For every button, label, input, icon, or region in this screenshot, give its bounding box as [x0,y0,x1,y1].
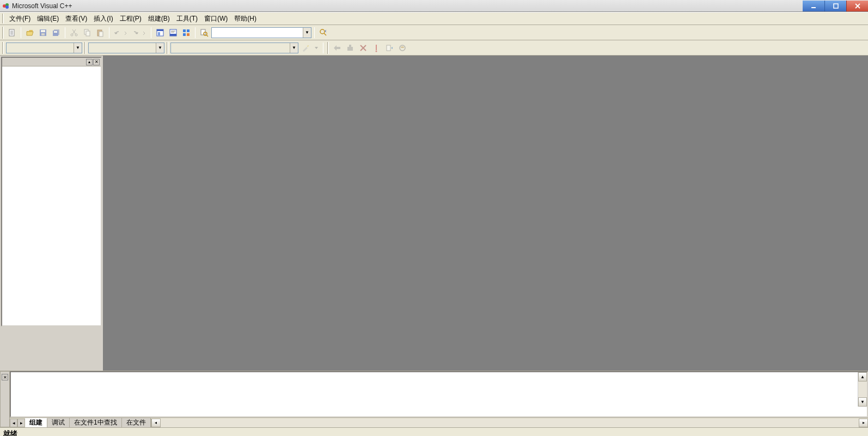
svg-rect-10 [53,31,58,36]
svg-point-29 [320,29,325,34]
svg-rect-23 [183,29,186,32]
window-list-button[interactable] [180,27,192,39]
hscroll-left-button[interactable]: ◂ [151,419,161,427]
execute-button [370,42,382,54]
tab-scroll-right-button[interactable]: ▸ [17,419,25,427]
save-all-button [50,27,62,39]
svg-rect-14 [84,29,88,34]
window-minimize-button[interactable] [803,1,824,11]
find-in-files-button[interactable] [198,27,210,39]
wizard-toolbar: ▼ ▼ ▼ [0,40,868,56]
svg-rect-16 [97,30,102,36]
svg-point-35 [400,45,405,51]
undo-button [112,27,130,39]
toolbar-handle-1[interactable] [2,27,4,39]
output-panel: ✕ ▲ ▼ ◂ ▸ 组建 调试 在文件1中查找 在文件 ◂ ▸ [0,371,868,427]
redo-button [131,27,148,39]
copy-button [81,27,93,39]
scroll-up-button[interactable]: ▲ [858,372,867,382]
svg-rect-7 [41,30,45,32]
chevron-down-icon[interactable]: ▼ [303,28,311,38]
svg-rect-6 [40,29,46,36]
app-title: Microsoft Visual C++ [12,2,72,10]
menubar-handle[interactable] [2,14,4,23]
hscroll-right-button[interactable]: ▸ [859,419,868,427]
svg-rect-26 [187,33,190,36]
output-body: ▲ ▼ [10,371,868,417]
svg-rect-11 [54,31,57,33]
window-controls [803,1,868,11]
window-maximize-button[interactable] [824,1,846,11]
menu-window[interactable]: 窗口(W) [201,13,231,25]
svg-rect-3 [811,7,816,8]
workspace-close-button[interactable]: ✕ [93,59,100,65]
toolbar-handle-5[interactable] [327,42,329,54]
output-tab-build[interactable]: 组建 [25,418,47,427]
standard-toolbar: ▼ [0,25,868,40]
workspace-minimize-button[interactable]: ▴ [86,59,93,65]
output-panel-handle[interactable]: ✕ [0,371,10,427]
menu-edit[interactable]: 编辑(E) [34,13,62,25]
output-tab-debug[interactable]: 调试 [47,418,70,427]
svg-rect-17 [99,32,103,37]
scroll-down-button[interactable]: ▼ [858,397,867,407]
cut-button [68,27,80,39]
status-text: 就绪 [3,429,17,437]
svg-rect-15 [86,31,90,36]
search-button[interactable] [317,27,329,39]
toolbar-handle-3[interactable] [84,42,86,54]
workspace-panel: ▴ ✕ [1,57,102,326]
svg-rect-30 [347,47,353,51]
output-scrollbar-vertical[interactable]: ▲ ▼ [858,372,867,407]
svg-point-2 [5,5,9,9]
svg-rect-32 [376,45,377,50]
svg-rect-9 [54,29,59,35]
menu-project[interactable]: 工程(P) [117,13,145,25]
output-tab-find2[interactable]: 在文件 [122,418,151,427]
svg-rect-4 [834,4,838,8]
wizard-dropdown-button [313,42,320,54]
output-tabs: ◂ ▸ 组建 调试 在文件1中查找 在文件 ◂ ▸ [10,417,868,427]
menu-tools[interactable]: 工具(T) [173,13,201,25]
filter-combo: ▼ [88,43,164,53]
svg-point-13 [75,34,77,36]
svg-rect-31 [349,45,351,47]
svg-rect-8 [41,33,45,35]
open-button[interactable] [24,27,36,39]
svg-rect-22 [170,34,176,36]
app-icon [2,2,10,10]
workspace-button[interactable] [154,27,166,39]
menu-help[interactable]: 帮助(H) [231,13,260,25]
tab-scroll-left-button[interactable]: ◂ [10,419,17,427]
insert-breakpoint-button [396,42,408,54]
stop-build-button [357,42,369,54]
svg-rect-5 [9,29,14,36]
save-button [37,27,49,39]
menu-build[interactable]: 组建(B) [145,13,173,25]
menubar: 文件(F) 编辑(E) 查看(V) 插入(I) 工程(P) 组建(B) 工具(T… [0,12,868,25]
statusbar: 就绪 [0,427,868,436]
menu-file[interactable]: 文件(F) [6,13,34,25]
svg-rect-20 [158,32,160,35]
find-combo[interactable]: ▼ [211,27,311,38]
toolbar-handle-4[interactable] [167,42,168,54]
window-close-button[interactable] [846,1,868,11]
output-tab-find1[interactable]: 在文件1中查找 [70,418,122,427]
paste-button [94,27,106,39]
svg-rect-24 [187,29,190,32]
svg-rect-25 [183,33,186,36]
toolbar-handle-2[interactable] [2,42,4,54]
output-close-button[interactable]: ✕ [2,374,8,380]
menu-insert[interactable]: 插入(I) [90,13,116,25]
svg-rect-19 [157,29,163,31]
titlebar: Microsoft Visual C++ [0,0,868,12]
svg-point-33 [376,50,377,52]
svg-point-12 [71,34,73,36]
class-combo: ▼ [6,43,82,53]
menu-view[interactable]: 查看(V) [62,13,90,25]
editor-area [103,56,868,371]
go-button [383,42,395,54]
output-button[interactable] [167,27,179,39]
new-text-file-button[interactable] [6,27,18,39]
compile-button [331,42,343,54]
